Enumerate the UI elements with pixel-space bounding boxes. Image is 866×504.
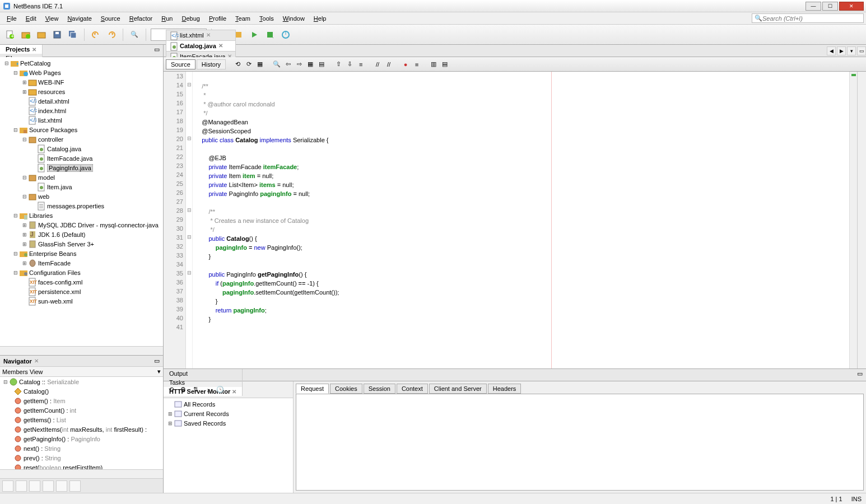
history-view-button[interactable]: History bbox=[197, 59, 226, 69]
uncomment-icon[interactable]: // bbox=[384, 59, 394, 69]
navigator-tree[interactable]: ⊟Catalog :: SerializableCatalog()getItem… bbox=[0, 377, 163, 469]
toolbar-icon[interactable]: ▤ bbox=[440, 59, 450, 69]
shift-right-icon[interactable]: ⇩ bbox=[344, 59, 355, 69]
menu-edit[interactable]: Edit bbox=[21, 14, 41, 23]
tree-node[interactable]: ⊞JJDK 1.6 (Default) bbox=[1, 230, 162, 239]
tab-list-button[interactable]: ▾ bbox=[847, 46, 856, 55]
sort-icon[interactable]: ↓ bbox=[203, 385, 213, 395]
nav-member[interactable]: getItemCount() : int bbox=[0, 405, 163, 415]
scroll-left-button[interactable]: ◀ bbox=[827, 46, 836, 55]
prev-icon[interactable]: ⇦ bbox=[283, 59, 293, 69]
monitor-subtab[interactable]: Session bbox=[364, 384, 395, 394]
menu-navigate[interactable]: Navigate bbox=[63, 14, 96, 23]
tree-node[interactable]: Item.java bbox=[1, 182, 162, 192]
nav-member[interactable]: Catalog() bbox=[0, 386, 163, 396]
redo-button[interactable] bbox=[105, 28, 118, 41]
nav-member[interactable]: prev() : String bbox=[0, 453, 163, 463]
next-icon[interactable]: ⇨ bbox=[294, 59, 304, 69]
tree-node[interactable]: ⊞resources bbox=[1, 87, 162, 96]
menu-view[interactable]: View bbox=[41, 14, 63, 23]
find-icon[interactable]: 🔍 bbox=[272, 59, 282, 69]
close-icon[interactable]: ✕ bbox=[34, 358, 39, 364]
tree-node[interactable]: ⊞GlassFish Server 3+ bbox=[1, 239, 162, 249]
filter-icon[interactable] bbox=[56, 480, 67, 492]
horizontal-scrollbar[interactable] bbox=[0, 346, 163, 355]
tree-node[interactable]: </>list.xhtml bbox=[1, 115, 162, 125]
source-view-button[interactable]: Source bbox=[166, 59, 195, 69]
tree-node[interactable]: xmlpersistence.xml bbox=[1, 287, 162, 296]
tab-projects[interactable]: Projects ✕ bbox=[0, 45, 43, 54]
monitor-subtab[interactable]: Context bbox=[397, 384, 428, 394]
undo-button[interactable] bbox=[89, 28, 103, 41]
filter-icon[interactable] bbox=[16, 480, 27, 492]
monitor-subtab[interactable]: Request bbox=[296, 384, 329, 394]
editor-tab[interactable]: </>list.xhtml ✕ bbox=[166, 30, 236, 40]
expand-icon[interactable]: ⊞ bbox=[21, 222, 28, 228]
tree-node[interactable]: ⊟Enterprise Beans bbox=[1, 249, 162, 258]
toolbar-icon[interactable]: ≡ bbox=[356, 59, 366, 69]
debug-button[interactable] bbox=[263, 28, 277, 41]
tree-node[interactable]: ⊟controller bbox=[1, 134, 162, 144]
code-editor[interactable]: 1314151617181920212223242526272829303132… bbox=[164, 72, 866, 368]
horizontal-scrollbar[interactable] bbox=[0, 469, 163, 478]
minimize-button[interactable]: — bbox=[806, 2, 821, 11]
filter-icon[interactable] bbox=[29, 480, 40, 492]
menu-profile[interactable]: Profile bbox=[204, 14, 231, 23]
quick-search[interactable]: 🔍 bbox=[752, 13, 864, 23]
monitor-subtab[interactable]: Headers bbox=[488, 384, 522, 394]
open-project-button[interactable] bbox=[35, 28, 48, 41]
toolbar-icon[interactable]: ▤ bbox=[316, 59, 327, 69]
tree-node[interactable]: messages.properties bbox=[1, 201, 162, 211]
nav-member[interactable]: getPagingInfo() : PagingInfo bbox=[0, 434, 163, 444]
profile-button[interactable] bbox=[279, 28, 292, 41]
collapse-icon[interactable]: ⊟ bbox=[21, 175, 28, 180]
nav-member[interactable]: next() : String bbox=[0, 444, 163, 453]
expand-icon[interactable]: ⊞ bbox=[21, 80, 28, 85]
toolbar-icon[interactable]: ⚙ bbox=[178, 385, 188, 395]
tree-node[interactable]: xmlsun-web.xml bbox=[1, 296, 162, 306]
menu-run[interactable]: Run bbox=[157, 14, 177, 23]
close-button[interactable]: ✕ bbox=[839, 2, 864, 11]
projects-tree[interactable]: ⊟PetCatalog⊟Web Pages⊞WEB-INF⊞resources<… bbox=[0, 57, 163, 346]
tree-node[interactable]: ⊟Libraries bbox=[1, 211, 162, 220]
tree-node[interactable]: Catalog.java bbox=[1, 144, 162, 153]
editor-tab[interactable]: Catalog.java ✕ bbox=[166, 40, 236, 51]
expand-icon[interactable]: ⊞ bbox=[21, 232, 28, 237]
shift-left-icon[interactable]: ⇧ bbox=[333, 59, 343, 69]
monitor-node[interactable]: All Records bbox=[165, 399, 292, 409]
collapse-icon[interactable]: ⊟ bbox=[3, 60, 10, 66]
monitor-subtab[interactable]: Cookies bbox=[330, 384, 362, 394]
tree-node[interactable]: PagingInfo.java bbox=[1, 163, 162, 172]
tree-node[interactable]: ⊞MySQL JDBC Driver - mysql-connector-jav… bbox=[1, 220, 162, 230]
stop-macro-icon[interactable]: ■ bbox=[412, 59, 422, 69]
maximize-editor-button[interactable]: ▭ bbox=[857, 46, 866, 55]
menu-team[interactable]: Team bbox=[231, 14, 255, 23]
tree-node[interactable]: ItemFacade.java bbox=[1, 153, 162, 163]
expand-icon[interactable]: ⊞ bbox=[21, 89, 28, 95]
tree-node[interactable]: ⊟model bbox=[1, 172, 162, 182]
minimize-panel-button[interactable]: ▭ bbox=[151, 45, 163, 57]
collapse-icon[interactable]: ⊟ bbox=[12, 213, 19, 218]
nav-root[interactable]: ⊟Catalog :: Serializable bbox=[0, 377, 163, 386]
tree-node[interactable]: ⊞ItemFacade bbox=[1, 258, 162, 268]
filter-icon[interactable] bbox=[43, 480, 54, 492]
collapse-icon[interactable]: ⊟ bbox=[12, 70, 19, 76]
comment-icon[interactable]: // bbox=[373, 59, 383, 69]
filter-icon[interactable] bbox=[2, 480, 13, 492]
menu-debug[interactable]: Debug bbox=[177, 14, 204, 23]
close-icon[interactable]: ✕ bbox=[206, 32, 211, 38]
record-macro-icon[interactable]: ● bbox=[401, 59, 411, 69]
collapse-icon[interactable]: ⊟ bbox=[21, 194, 28, 199]
save-button[interactable] bbox=[50, 28, 64, 41]
tree-node[interactable]: ⊞WEB-INF bbox=[1, 77, 162, 87]
minimize-panel-button[interactable]: ▭ bbox=[154, 357, 160, 365]
toggle-highlight-icon[interactable]: ▦ bbox=[305, 59, 315, 69]
nav-member[interactable]: getItems() : List bbox=[0, 415, 163, 424]
save-all-button[interactable] bbox=[66, 28, 80, 41]
close-icon[interactable]: ✕ bbox=[218, 43, 223, 49]
search-input[interactable] bbox=[762, 15, 861, 22]
expand-icon[interactable]: ⊞ bbox=[21, 241, 28, 247]
toolbar-icon[interactable]: ▥ bbox=[429, 59, 439, 69]
zoom-icon[interactable]: 🔍 bbox=[128, 28, 141, 41]
collapse-icon[interactable]: ⊟ bbox=[21, 137, 28, 142]
